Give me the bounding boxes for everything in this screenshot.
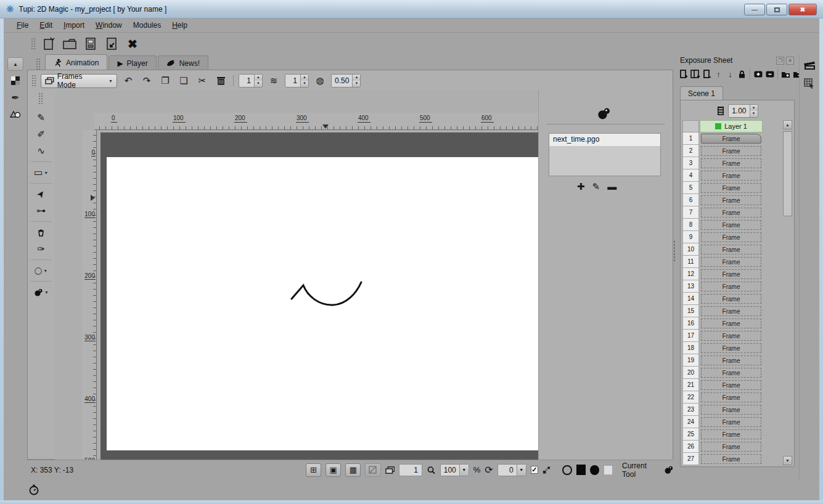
- chevron-down-icon[interactable]: ▼: [517, 465, 526, 476]
- save-project-button[interactable]: [82, 35, 99, 52]
- scroll-down-button[interactable]: ▼: [783, 456, 792, 465]
- cut-frame-button[interactable]: ✂: [195, 73, 210, 88]
- delete-frame-button[interactable]: [213, 73, 228, 88]
- scene-tab[interactable]: Scene 1: [680, 86, 723, 100]
- tabbar-drag-handle[interactable]: [36, 58, 41, 70]
- tool-selection[interactable]: ➤: [31, 186, 51, 202]
- undock-button[interactable]: ❐: [776, 57, 784, 65]
- remove-frame-button[interactable]: [764, 68, 775, 80]
- insert-frame-button[interactable]: [753, 68, 763, 80]
- tool-fill[interactable]: [31, 224, 51, 240]
- spin-up-icon[interactable]: ▲: [353, 75, 360, 81]
- frame-cell[interactable]: Frame: [701, 392, 761, 402]
- rotation-select[interactable]: 0 ▼: [497, 464, 526, 476]
- frame-cell[interactable]: Frame: [701, 134, 761, 144]
- exposure-scrollbar[interactable]: ▲ ▼: [783, 120, 792, 465]
- frame-cell[interactable]: Frame: [701, 269, 761, 279]
- shapes-dock-button[interactable]: [7, 107, 23, 121]
- scroll-up-button[interactable]: ▲: [783, 120, 792, 129]
- tool-ink[interactable]: ✐: [31, 126, 51, 142]
- scenes-dock-button[interactable]: [802, 58, 817, 73]
- remove-lipsync-button[interactable]: ▬: [607, 181, 616, 192]
- open-project-button[interactable]: [61, 35, 78, 52]
- grid-toggle-button[interactable]: ▦: [345, 463, 361, 477]
- minimize-button[interactable]: —: [744, 4, 765, 15]
- fps-spinbox[interactable]: 1.00 ▲▼: [728, 104, 758, 118]
- frames-mode-select[interactable]: Frames Mode ▼: [41, 74, 117, 88]
- onion-previous-spinbox[interactable]: 1 ▲▼: [239, 74, 263, 87]
- brushes-dock-button[interactable]: ✒: [7, 91, 23, 104]
- tool-squiggle[interactable]: ∿: [31, 143, 51, 159]
- frame-cell[interactable]: Frame: [701, 208, 761, 217]
- frame-cell[interactable]: Frame: [701, 319, 761, 328]
- splitter-handle[interactable]: [673, 240, 676, 261]
- add-lipsync-button[interactable]: ✚: [577, 181, 585, 192]
- frame-cell[interactable]: Frame: [701, 183, 761, 193]
- antialias-checkbox[interactable]: ✓: [531, 466, 538, 474]
- frame-cell[interactable]: Frame: [701, 454, 761, 464]
- frame-cell[interactable]: Frame: [701, 195, 761, 205]
- frame-cell[interactable]: Frame: [701, 306, 761, 316]
- insert-scene-button[interactable]: [780, 68, 791, 80]
- layer-header[interactable]: Layer 1: [700, 120, 763, 132]
- contour-color-swatch[interactable]: [576, 465, 586, 475]
- insert-layer-button[interactable]: [678, 68, 689, 80]
- lipsync-file-item[interactable]: next_time.pgo: [549, 134, 660, 146]
- frame-cell[interactable]: Frame: [701, 417, 761, 427]
- frame-cell[interactable]: Frame: [701, 405, 761, 415]
- safe-area-toggle-button[interactable]: ▣: [326, 463, 341, 477]
- lock-layer-button[interactable]: [737, 68, 747, 80]
- menu-item-edit[interactable]: Edit: [34, 19, 58, 31]
- frame-cell[interactable]: Frame: [701, 442, 761, 452]
- tab-news[interactable]: News!: [158, 55, 208, 70]
- chevron-down-icon[interactable]: ▼: [459, 465, 469, 476]
- menu-item-file[interactable]: File: [11, 19, 34, 31]
- canvas-workspace[interactable]: 0100200300400500600700 0100200300400500: [55, 90, 565, 460]
- frame-cell[interactable]: Frame: [701, 257, 761, 267]
- color-palette-dock-button[interactable]: [7, 74, 23, 87]
- spin-down-icon[interactable]: ▼: [301, 81, 308, 87]
- tool-ellipse[interactable]: ◯ ▼: [31, 262, 51, 278]
- tool-pencil[interactable]: ✎: [31, 110, 51, 126]
- spin-down-icon[interactable]: ▼: [353, 81, 360, 87]
- menu-item-help[interactable]: Help: [166, 19, 193, 31]
- tool-brush[interactable]: ✑: [31, 241, 51, 257]
- save-project-as-button[interactable]: [103, 35, 120, 52]
- exposure-dock-button[interactable]: [802, 76, 817, 91]
- title-bar[interactable]: ❋ Tupi: 2D Magic - my_project [ by Your …: [0, 0, 823, 18]
- tool-node-editor[interactable]: ⊶: [31, 203, 51, 219]
- scrollbar-thumb[interactable]: [783, 131, 792, 216]
- close-dock-button[interactable]: ✕: [786, 57, 794, 65]
- paste-frame-button[interactable]: ❏: [176, 73, 191, 88]
- pixel-steps-icon[interactable]: [543, 466, 551, 474]
- zoom-select[interactable]: 100 ▼: [440, 464, 469, 476]
- tab-player[interactable]: ▶ Player: [109, 55, 156, 70]
- lipsync-file-list[interactable]: next_time.pgo: [549, 133, 661, 176]
- frame-cell[interactable]: Frame: [701, 158, 761, 168]
- spin-up-icon[interactable]: ▲: [301, 75, 308, 81]
- spin-down-icon[interactable]: ▼: [750, 111, 758, 117]
- spin-down-icon[interactable]: ▼: [255, 81, 262, 87]
- redo-button[interactable]: ↷: [139, 73, 154, 88]
- undo-button[interactable]: ↶: [121, 73, 136, 88]
- close-button[interactable]: ✖: [788, 4, 817, 15]
- framesbar-drag-handle[interactable]: [31, 75, 37, 87]
- new-project-button[interactable]: [40, 35, 57, 52]
- remove-layer-button[interactable]: [702, 68, 712, 80]
- tab-animation[interactable]: Animation: [45, 54, 107, 70]
- drawing-canvas[interactable]: [107, 157, 549, 450]
- current-frame-field[interactable]: 1: [399, 464, 422, 476]
- frame-cell[interactable]: Frame: [701, 429, 761, 439]
- frame-cell[interactable]: Frame: [701, 245, 761, 254]
- opacity-spinbox[interactable]: 0.50 ▲▼: [331, 74, 361, 87]
- frame-cell[interactable]: Frame: [701, 380, 761, 390]
- frame-cell[interactable]: Frame: [701, 356, 761, 365]
- tools-drag-handle[interactable]: [38, 92, 44, 105]
- close-project-button[interactable]: ✖: [124, 35, 141, 52]
- time-clock-icon[interactable]: [28, 484, 39, 496]
- frame-cell[interactable]: Frame: [701, 368, 761, 378]
- frame-cell[interactable]: Frame: [701, 331, 761, 341]
- move-layer-down-button[interactable]: ↓: [725, 68, 735, 80]
- maximize-button[interactable]: [766, 4, 787, 15]
- frame-cell[interactable]: Frame: [701, 232, 761, 242]
